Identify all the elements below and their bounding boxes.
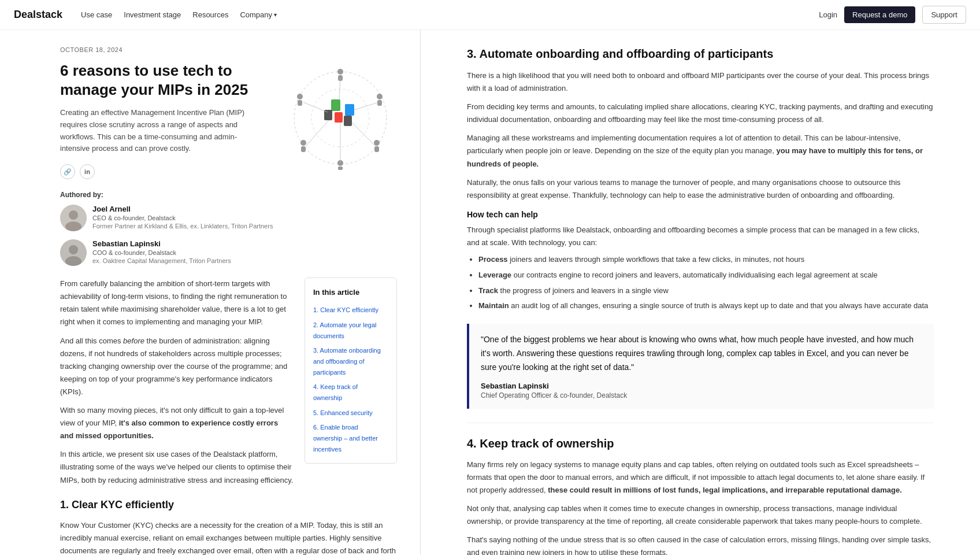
in-article-item-6[interactable]: 6. Enable broad ownership – and better i… xyxy=(313,422,388,454)
nav-links: Use case Investment stage Resources Comp… xyxy=(81,10,277,19)
nav-link-investment[interactable]: Investment stage xyxy=(124,10,181,19)
blockquote: "One of the biggest problems we hear abo… xyxy=(467,324,934,408)
authored-label: Authored by: xyxy=(60,191,276,199)
in-article-item-4[interactable]: 4. Keep track of ownership xyxy=(313,382,388,403)
svg-rect-24 xyxy=(344,116,352,126)
nav-support-button[interactable]: Support xyxy=(922,6,966,24)
hero-graphic xyxy=(287,65,397,173)
author-1-bio: Former Partner at Kirkland & Ellis, ex. … xyxy=(92,223,273,230)
nav-logo[interactable]: Dealstack xyxy=(14,9,62,21)
svg-rect-19 xyxy=(298,100,302,106)
svg-rect-22 xyxy=(335,112,343,123)
blockquote-name: Sebastian Lapinski xyxy=(481,382,922,390)
nav-login[interactable]: Login xyxy=(819,10,837,19)
right-column: 3. Automate onboarding and offboarding o… xyxy=(421,30,980,555)
nav-link-usecase[interactable]: Use case xyxy=(81,10,112,19)
svg-point-1 xyxy=(69,210,78,220)
section3-tech-heading: How tech can help xyxy=(467,210,934,219)
author-2-avatar xyxy=(60,239,87,266)
in-article-item-3[interactable]: 3. Automate onboarding and offboarding o… xyxy=(313,345,388,378)
author-1-avatar xyxy=(60,205,87,231)
section1-p1: Know Your Customer (KYC) checks are a ne… xyxy=(60,519,397,555)
chevron-down-icon: ▾ xyxy=(274,12,277,18)
article-date: OCTOBER 18, 2024 xyxy=(60,46,276,53)
svg-point-18 xyxy=(297,94,303,99)
svg-point-12 xyxy=(374,140,380,146)
article-title: 6 reasons to use tech to manage your MIP… xyxy=(60,61,257,99)
in-article-title: In this article xyxy=(313,286,388,299)
page-layout: OCTOBER 18, 2024 6 reasons to use tech t… xyxy=(0,30,980,555)
social-icons: 🔗 in xyxy=(60,164,276,179)
article-intro: Creating an effective Management Incenti… xyxy=(60,107,257,155)
left-column: OCTOBER 18, 2024 6 reasons to use tech t… xyxy=(0,30,421,555)
author-1-role: CEO & co-founder, Dealstack xyxy=(92,214,273,221)
nav-link-resources[interactable]: Resources xyxy=(192,10,228,19)
author-card-1: Joel Arnell CEO & co-founder, Dealstack … xyxy=(60,205,276,231)
section4-p3: That's saying nothing of the undue stres… xyxy=(467,534,934,555)
svg-line-30 xyxy=(303,102,328,112)
in-article-item-5[interactable]: 5. Enhanced security xyxy=(313,408,388,419)
author-2-name: Sebastian Lapinski xyxy=(92,239,231,248)
section3-bullet-list: Process joiners and leavers through simp… xyxy=(478,254,934,312)
nav-link-company[interactable]: Company ▾ xyxy=(240,10,277,19)
section3-bullet-3: Track the progress of joiners and leaver… xyxy=(478,285,934,297)
svg-rect-13 xyxy=(374,146,379,152)
section3-bullet-2: Leverage our contracts engine to record … xyxy=(478,269,934,282)
blockquote-title: Chief Operating Officer & co-founder, De… xyxy=(481,391,922,399)
article-header-text: OCTOBER 18, 2024 6 reasons to use tech t… xyxy=(60,46,276,278)
svg-point-10 xyxy=(377,94,383,99)
in-article-item-1[interactable]: 1. Clear KYC efficiently xyxy=(313,305,388,316)
section3-p4: Naturally, the onus falls on your variou… xyxy=(467,176,934,202)
section3-heading: 3. Automate onboarding and offboarding o… xyxy=(467,46,934,61)
svg-rect-11 xyxy=(377,100,382,106)
svg-rect-17 xyxy=(301,146,306,152)
nav-demo-button[interactable]: Request a demo xyxy=(844,6,915,23)
svg-point-16 xyxy=(300,140,306,146)
svg-line-26 xyxy=(354,102,378,110)
svg-rect-15 xyxy=(338,166,343,170)
nav-bar: Dealstack Use case Investment stage Reso… xyxy=(0,0,980,30)
section4-p2: Not only that, analysing cap tables when… xyxy=(467,502,934,528)
in-article-sidebar: In this article 1. Clear KYC efficiently… xyxy=(305,278,397,463)
article-body: In this article 1. Clear KYC efficiently… xyxy=(60,278,397,555)
blockquote-text: "One of the biggest problems we hear abo… xyxy=(481,333,922,374)
section4-p1: Many firms rely on legacy systems to man… xyxy=(467,458,934,497)
section-divider xyxy=(467,423,934,423)
section3-tech-p1: Through specialist platforms like Dealst… xyxy=(467,224,934,249)
svg-rect-21 xyxy=(345,104,354,116)
author-1-name: Joel Arnell xyxy=(92,205,273,213)
author-card-2: Sebastian Lapinski COO & co-founder, Dea… xyxy=(60,239,276,266)
in-article-item-2[interactable]: 2. Automate your legal documents xyxy=(313,320,388,341)
svg-rect-20 xyxy=(331,99,340,111)
svg-point-4 xyxy=(69,245,78,254)
social-icon-linkedin[interactable]: in xyxy=(80,164,95,179)
section3-p2: From deciding key terms and amounts, to … xyxy=(467,101,934,126)
svg-point-8 xyxy=(337,69,343,75)
section1-heading: 1. Clear KYC efficiently xyxy=(60,496,397,514)
section3-p1: There is a high likelihood that you will… xyxy=(467,69,934,95)
section3-p3: Managing all these workstreams and imple… xyxy=(467,132,934,170)
author-2-bio: ex. Oaktree Capital Management, Triton P… xyxy=(92,257,231,264)
section4-heading: 4. Keep track of ownership xyxy=(467,437,934,450)
author-2-info: Sebastian Lapinski COO & co-founder, Dea… xyxy=(92,239,231,264)
section3-bullet-1: Process joiners and leavers through simp… xyxy=(478,254,934,266)
nav-right: Login Request a demo Support xyxy=(819,6,966,24)
author-1-info: Joel Arnell CEO & co-founder, Dealstack … xyxy=(92,205,273,230)
section3-bullet-4: Maintain an audit log of all changes, en… xyxy=(478,300,934,312)
article-header: OCTOBER 18, 2024 6 reasons to use tech t… xyxy=(60,46,397,278)
author-2-role: COO & co-founder, Dealstack xyxy=(92,249,231,256)
social-icon-link[interactable]: 🔗 xyxy=(60,164,75,179)
